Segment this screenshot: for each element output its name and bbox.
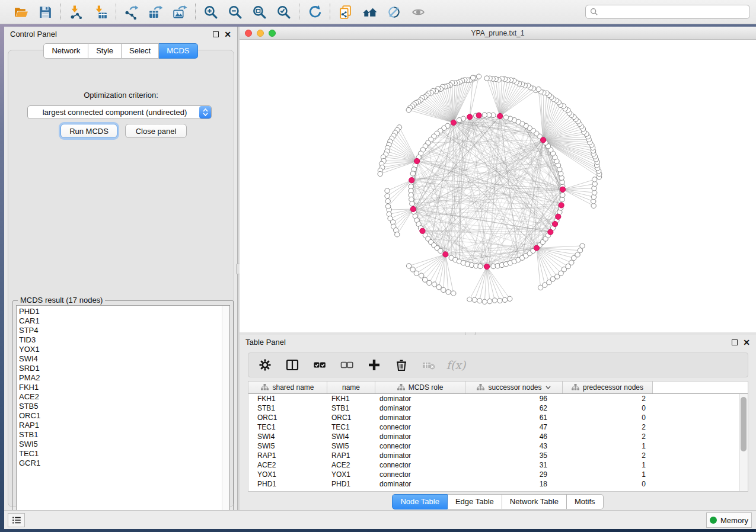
- graph-node[interactable]: [410, 171, 415, 176]
- mcds-result-item[interactable]: ACE2: [19, 392, 229, 402]
- import-table-icon[interactable]: [92, 4, 109, 20]
- graph-leaf-node[interactable]: [536, 87, 541, 92]
- graph-leaf-node[interactable]: [497, 298, 502, 303]
- graph-leaf-node[interactable]: [492, 298, 497, 303]
- table-scrollbar[interactable]: [739, 394, 748, 491]
- close-panel-button[interactable]: ✕: [743, 339, 750, 345]
- graph-leaf-node[interactable]: [436, 285, 441, 290]
- mcds-result-item[interactable]: STB1: [19, 430, 229, 440]
- tab-network-table[interactable]: Network Table: [502, 494, 567, 509]
- column-header-MCDS-role[interactable]: MCDS role: [375, 382, 465, 393]
- tab-network[interactable]: Network: [43, 43, 88, 59]
- graph-leaf-node[interactable]: [432, 282, 436, 287]
- mcds-result-list[interactable]: PHD1CAR1STP4TID3YOX1SWI4SRD1PMA2FKH1ACE2…: [16, 305, 230, 517]
- graph-leaf-node[interactable]: [476, 74, 481, 79]
- table-row[interactable]: TEC1TEC1connector472: [248, 422, 739, 432]
- graph-leaf-node[interactable]: [385, 198, 390, 203]
- table-row[interactable]: SWI4SWI4dominator462: [248, 432, 739, 441]
- mcds-result-item[interactable]: PHD1: [19, 307, 229, 316]
- hide-selected-icon[interactable]: [386, 4, 402, 20]
- deselect-all-icon[interactable]: [340, 358, 354, 372]
- graph-leaf-node[interactable]: [472, 297, 477, 302]
- mcds-result-item[interactable]: TID3: [19, 335, 229, 345]
- network-canvas[interactable]: [240, 40, 756, 332]
- share-document-icon[interactable]: [337, 4, 353, 20]
- mcds-result-item[interactable]: CAR1: [19, 316, 229, 326]
- graph-hub-node[interactable]: [552, 222, 557, 227]
- graph-leaf-node[interactable]: [406, 264, 411, 268]
- column-header-predecessor-nodes[interactable]: predecessor nodes: [563, 382, 653, 393]
- search-box[interactable]: [585, 5, 750, 19]
- mcds-result-item[interactable]: FKH1: [19, 383, 229, 392]
- graph-leaf-node[interactable]: [446, 290, 451, 294]
- mcds-result-item[interactable]: GCR1: [19, 459, 229, 468]
- graph-leaf-node[interactable]: [406, 107, 411, 112]
- graph-hub-node[interactable]: [410, 206, 416, 211]
- refresh-icon[interactable]: [307, 4, 323, 20]
- zoom-selected-icon[interactable]: [276, 4, 292, 20]
- tab-select[interactable]: Select: [122, 43, 159, 59]
- search-input[interactable]: [601, 8, 745, 16]
- graph-leaf-node[interactable]: [385, 188, 390, 193]
- graph-hub-node[interactable]: [476, 113, 481, 118]
- mcds-result-item[interactable]: ORC1: [19, 411, 229, 421]
- mcds-result-item[interactable]: TEC1: [19, 449, 229, 459]
- optimization-criterion-select[interactable]: largest connected component (undirected): [27, 105, 212, 119]
- graph-hub-node[interactable]: [451, 120, 456, 125]
- table-row[interactable]: FKH1FKH1dominator962: [248, 394, 739, 403]
- graph-leaf-node[interactable]: [477, 298, 482, 303]
- graph-hub-node[interactable]: [556, 214, 561, 219]
- column-header-successor-nodes[interactable]: successor nodes: [465, 382, 563, 393]
- split-columns-icon[interactable]: [285, 358, 299, 372]
- graph-hub-node[interactable]: [414, 158, 420, 164]
- table-row[interactable]: RAP1RAP1dominator352: [248, 451, 739, 460]
- float-panel-button[interactable]: [213, 31, 219, 37]
- delete-column-icon[interactable]: [394, 358, 409, 372]
- mcds-result-item[interactable]: RAP1: [19, 421, 229, 430]
- import-network-icon[interactable]: [68, 4, 84, 20]
- mcds-result-item[interactable]: SWI4: [19, 354, 229, 364]
- graph-leaf-node[interactable]: [395, 232, 400, 237]
- table-scrollbar-thumb[interactable]: [741, 397, 747, 451]
- tab-motifs[interactable]: Motifs: [567, 494, 604, 509]
- select-all-icon[interactable]: [312, 358, 327, 372]
- graph-leaf-node[interactable]: [385, 204, 390, 209]
- graph-node[interactable]: [478, 264, 483, 268]
- result-list-scrollbar[interactable]: [222, 306, 229, 517]
- graph-hub-node[interactable]: [548, 229, 553, 235]
- table-row[interactable]: PHD1PHD1dominator180: [248, 479, 739, 489]
- graph-leaf-node[interactable]: [422, 277, 427, 282]
- graph-node[interactable]: [503, 115, 508, 120]
- table-row[interactable]: ACE2ACE2connector311: [248, 460, 739, 470]
- graph-hub-node[interactable]: [467, 114, 473, 120]
- tab-mcds[interactable]: MCDS: [159, 43, 197, 59]
- zoom-in-icon[interactable]: [203, 4, 219, 20]
- graph-leaf-node[interactable]: [378, 171, 382, 176]
- graph-node[interactable]: [438, 248, 443, 253]
- mcds-result-item[interactable]: STB5: [19, 402, 229, 411]
- run-mcds-button[interactable]: Run MCDS: [60, 124, 117, 138]
- graph-hub-node[interactable]: [560, 187, 565, 192]
- homes-icon[interactable]: [362, 4, 378, 20]
- column-header-shared-name[interactable]: shared name: [248, 382, 327, 393]
- float-panel-button[interactable]: [732, 339, 738, 345]
- graph-leaf-node[interactable]: [385, 194, 390, 198]
- tab-node-table[interactable]: Node Table: [392, 494, 448, 509]
- close-panel-button[interactable]: ✕: [224, 31, 231, 37]
- show-all-icon[interactable]: [410, 4, 426, 20]
- graph-leaf-node[interactable]: [414, 271, 419, 275]
- graph-leaf-node[interactable]: [467, 297, 472, 302]
- table-row[interactable]: ORC1ORC1dominator610: [248, 413, 739, 422]
- column-header-name[interactable]: name: [327, 382, 375, 393]
- graph-leaf-node[interactable]: [580, 243, 585, 248]
- graph-hub-node[interactable]: [409, 178, 414, 183]
- zoom-fit-icon[interactable]: [251, 4, 267, 20]
- graph-leaf-node[interactable]: [410, 267, 415, 272]
- graph-hub-node[interactable]: [443, 252, 448, 257]
- graph-leaf-node[interactable]: [441, 287, 446, 292]
- mcds-result-item[interactable]: STP4: [19, 326, 229, 335]
- zoom-out-icon[interactable]: [227, 4, 243, 20]
- graph-hub-node[interactable]: [420, 228, 425, 233]
- tab-style[interactable]: Style: [88, 43, 122, 59]
- graph-node[interactable]: [560, 193, 565, 197]
